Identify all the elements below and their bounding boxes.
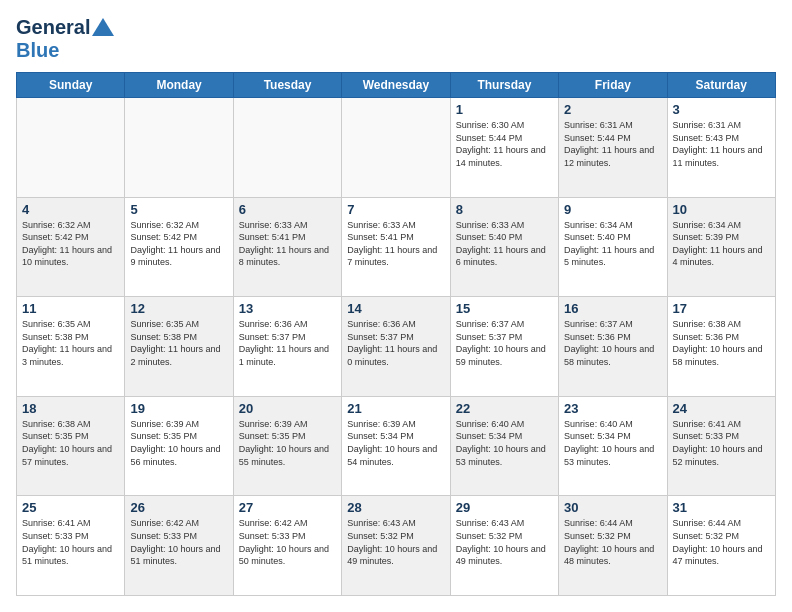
calendar-cell [125,98,233,198]
day-number: 10 [673,202,770,217]
calendar-header-row: SundayMondayTuesdayWednesdayThursdayFrid… [17,73,776,98]
cell-info: Sunrise: 6:30 AMSunset: 5:44 PMDaylight:… [456,119,553,169]
cell-info: Sunrise: 6:39 AMSunset: 5:35 PMDaylight:… [239,418,336,468]
calendar-cell: 18Sunrise: 6:38 AMSunset: 5:35 PMDayligh… [17,396,125,496]
cell-info: Sunrise: 6:41 AMSunset: 5:33 PMDaylight:… [22,517,119,567]
day-number: 13 [239,301,336,316]
day-number: 2 [564,102,661,117]
cell-info: Sunrise: 6:32 AMSunset: 5:42 PMDaylight:… [22,219,119,269]
calendar-cell: 22Sunrise: 6:40 AMSunset: 5:34 PMDayligh… [450,396,558,496]
calendar-cell: 11Sunrise: 6:35 AMSunset: 5:38 PMDayligh… [17,297,125,397]
cell-info: Sunrise: 6:37 AMSunset: 5:37 PMDaylight:… [456,318,553,368]
header: General Blue [16,16,776,62]
cell-info: Sunrise: 6:35 AMSunset: 5:38 PMDaylight:… [130,318,227,368]
day-number: 6 [239,202,336,217]
logo-blue: Blue [16,39,59,61]
day-number: 8 [456,202,553,217]
day-number: 11 [22,301,119,316]
cell-info: Sunrise: 6:43 AMSunset: 5:32 PMDaylight:… [456,517,553,567]
calendar-table: SundayMondayTuesdayWednesdayThursdayFrid… [16,72,776,596]
day-number: 31 [673,500,770,515]
cell-info: Sunrise: 6:38 AMSunset: 5:35 PMDaylight:… [22,418,119,468]
calendar-cell: 29Sunrise: 6:43 AMSunset: 5:32 PMDayligh… [450,496,558,596]
calendar-cell [17,98,125,198]
day-number: 14 [347,301,444,316]
calendar-cell: 8Sunrise: 6:33 AMSunset: 5:40 PMDaylight… [450,197,558,297]
calendar-cell: 21Sunrise: 6:39 AMSunset: 5:34 PMDayligh… [342,396,450,496]
cell-info: Sunrise: 6:34 AMSunset: 5:39 PMDaylight:… [673,219,770,269]
calendar-week-4: 18Sunrise: 6:38 AMSunset: 5:35 PMDayligh… [17,396,776,496]
calendar-cell: 28Sunrise: 6:43 AMSunset: 5:32 PMDayligh… [342,496,450,596]
calendar-cell: 6Sunrise: 6:33 AMSunset: 5:41 PMDaylight… [233,197,341,297]
day-number: 29 [456,500,553,515]
day-number: 26 [130,500,227,515]
day-number: 27 [239,500,336,515]
calendar-cell: 19Sunrise: 6:39 AMSunset: 5:35 PMDayligh… [125,396,233,496]
day-number: 25 [22,500,119,515]
cell-info: Sunrise: 6:41 AMSunset: 5:33 PMDaylight:… [673,418,770,468]
cell-info: Sunrise: 6:36 AMSunset: 5:37 PMDaylight:… [347,318,444,368]
calendar-cell: 10Sunrise: 6:34 AMSunset: 5:39 PMDayligh… [667,197,775,297]
calendar-cell: 20Sunrise: 6:39 AMSunset: 5:35 PMDayligh… [233,396,341,496]
calendar-week-2: 4Sunrise: 6:32 AMSunset: 5:42 PMDaylight… [17,197,776,297]
calendar-cell: 31Sunrise: 6:44 AMSunset: 5:32 PMDayligh… [667,496,775,596]
calendar-cell: 23Sunrise: 6:40 AMSunset: 5:34 PMDayligh… [559,396,667,496]
cell-info: Sunrise: 6:38 AMSunset: 5:36 PMDaylight:… [673,318,770,368]
page: General Blue SundayMondayTuesdayWednesda… [0,0,792,612]
cell-info: Sunrise: 6:37 AMSunset: 5:36 PMDaylight:… [564,318,661,368]
day-number: 7 [347,202,444,217]
day-number: 30 [564,500,661,515]
calendar-cell: 4Sunrise: 6:32 AMSunset: 5:42 PMDaylight… [17,197,125,297]
cell-info: Sunrise: 6:31 AMSunset: 5:44 PMDaylight:… [564,119,661,169]
cell-info: Sunrise: 6:42 AMSunset: 5:33 PMDaylight:… [239,517,336,567]
day-header-wednesday: Wednesday [342,73,450,98]
day-number: 22 [456,401,553,416]
calendar-cell: 30Sunrise: 6:44 AMSunset: 5:32 PMDayligh… [559,496,667,596]
cell-info: Sunrise: 6:44 AMSunset: 5:32 PMDaylight:… [673,517,770,567]
calendar-cell: 26Sunrise: 6:42 AMSunset: 5:33 PMDayligh… [125,496,233,596]
day-number: 15 [456,301,553,316]
day-number: 24 [673,401,770,416]
day-number: 4 [22,202,119,217]
calendar-cell: 25Sunrise: 6:41 AMSunset: 5:33 PMDayligh… [17,496,125,596]
cell-info: Sunrise: 6:33 AMSunset: 5:40 PMDaylight:… [456,219,553,269]
calendar-cell [233,98,341,198]
cell-info: Sunrise: 6:39 AMSunset: 5:35 PMDaylight:… [130,418,227,468]
calendar-cell: 12Sunrise: 6:35 AMSunset: 5:38 PMDayligh… [125,297,233,397]
calendar-cell: 5Sunrise: 6:32 AMSunset: 5:42 PMDaylight… [125,197,233,297]
cell-info: Sunrise: 6:31 AMSunset: 5:43 PMDaylight:… [673,119,770,169]
calendar-cell: 1Sunrise: 6:30 AMSunset: 5:44 PMDaylight… [450,98,558,198]
day-number: 9 [564,202,661,217]
calendar-cell [342,98,450,198]
day-number: 23 [564,401,661,416]
calendar-cell: 13Sunrise: 6:36 AMSunset: 5:37 PMDayligh… [233,297,341,397]
calendar-week-1: 1Sunrise: 6:30 AMSunset: 5:44 PMDaylight… [17,98,776,198]
cell-info: Sunrise: 6:40 AMSunset: 5:34 PMDaylight:… [564,418,661,468]
day-number: 28 [347,500,444,515]
cell-info: Sunrise: 6:36 AMSunset: 5:37 PMDaylight:… [239,318,336,368]
day-header-thursday: Thursday [450,73,558,98]
calendar-cell: 2Sunrise: 6:31 AMSunset: 5:44 PMDaylight… [559,98,667,198]
day-number: 20 [239,401,336,416]
day-number: 18 [22,401,119,416]
calendar-cell: 24Sunrise: 6:41 AMSunset: 5:33 PMDayligh… [667,396,775,496]
day-number: 17 [673,301,770,316]
logo-general: General [16,16,90,39]
cell-info: Sunrise: 6:35 AMSunset: 5:38 PMDaylight:… [22,318,119,368]
cell-info: Sunrise: 6:42 AMSunset: 5:33 PMDaylight:… [130,517,227,567]
cell-info: Sunrise: 6:34 AMSunset: 5:40 PMDaylight:… [564,219,661,269]
calendar-cell: 15Sunrise: 6:37 AMSunset: 5:37 PMDayligh… [450,297,558,397]
day-header-tuesday: Tuesday [233,73,341,98]
calendar-cell: 9Sunrise: 6:34 AMSunset: 5:40 PMDaylight… [559,197,667,297]
day-header-sunday: Sunday [17,73,125,98]
day-header-friday: Friday [559,73,667,98]
day-number: 1 [456,102,553,117]
day-number: 12 [130,301,227,316]
calendar-cell: 27Sunrise: 6:42 AMSunset: 5:33 PMDayligh… [233,496,341,596]
cell-info: Sunrise: 6:33 AMSunset: 5:41 PMDaylight:… [347,219,444,269]
calendar-week-3: 11Sunrise: 6:35 AMSunset: 5:38 PMDayligh… [17,297,776,397]
cell-info: Sunrise: 6:33 AMSunset: 5:41 PMDaylight:… [239,219,336,269]
day-number: 19 [130,401,227,416]
calendar-cell: 17Sunrise: 6:38 AMSunset: 5:36 PMDayligh… [667,297,775,397]
day-header-saturday: Saturday [667,73,775,98]
